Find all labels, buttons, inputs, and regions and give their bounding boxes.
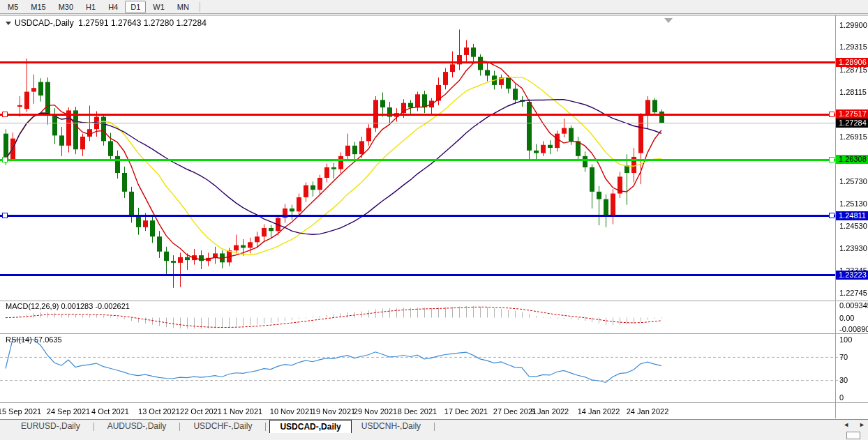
- price-axis-label: 1.24530: [839, 222, 867, 230]
- hline-price-badge: 1.24811: [836, 211, 868, 220]
- symbol-header: USDCAD-,Daily 1.27591 1.27643 1.27280 1.…: [6, 18, 207, 28]
- pane-separator-rsi[interactable]: [0, 333, 868, 334]
- price-axis-label: 1.28115: [839, 88, 867, 96]
- timeframe-button-w1[interactable]: W1: [147, 1, 170, 13]
- hline-anchor[interactable]: [2, 112, 8, 117]
- tab-separator: [179, 423, 180, 431]
- price-axis-label: 1.26915: [839, 132, 867, 141]
- rsi-axis-label: 100: [839, 335, 852, 344]
- hline-anchor[interactable]: [2, 157, 8, 162]
- timeframe-button-h4[interactable]: H4: [103, 1, 124, 13]
- hline-anchor[interactable]: [829, 157, 835, 162]
- chart-tab-usdchf[interactable]: USDCHF-,Daily: [184, 420, 262, 432]
- tab-scroll-buttons: ◄ ►: [843, 422, 865, 428]
- timeframe-button-m15[interactable]: M15: [25, 1, 51, 13]
- price-axis-label: 1.29315: [839, 43, 867, 51]
- chart-tab-usdcnh[interactable]: USDCNH-,Daily: [352, 420, 431, 432]
- tab-scroll-right-icon[interactable]: ►: [859, 422, 865, 428]
- hline-price-badge: 1.28906: [836, 58, 868, 67]
- symbol-ohlc-text: USDCAD-,Daily 1.27591 1.27643 1.27280 1.…: [15, 18, 207, 28]
- price-axis-label: 1.22745: [839, 289, 867, 297]
- hline-price-badge: 1.27517: [836, 109, 868, 119]
- rsi-axis-label: 30: [839, 376, 848, 384]
- macd-label: MACD(12,26,9) 0.001283 -0.002621: [6, 302, 130, 310]
- price-axis-label: 1.23930: [839, 244, 867, 252]
- rsi-axis-label: 70: [839, 353, 848, 361]
- price-axis-label: 1.25730: [839, 177, 867, 185]
- macd-axis-label: 0.009345: [839, 301, 868, 310]
- timeframe-button-mn[interactable]: MN: [172, 1, 195, 13]
- chart-shift-icon[interactable]: [664, 18, 673, 23]
- toolbar-separator: [200, 2, 200, 12]
- hline-price-badge: 1.23223: [836, 271, 868, 280]
- current-price-badge: 1.27284: [836, 119, 868, 128]
- timeframe-button-m5[interactable]: M5: [2, 1, 24, 13]
- rsi-axis-label: 0: [839, 393, 844, 402]
- hline-price-badge: 1.26308: [836, 155, 868, 164]
- hline-anchor[interactable]: [2, 213, 8, 218]
- macd-axis-label: -0.008902: [839, 325, 868, 333]
- timeframe-button-m30[interactable]: M30: [53, 1, 79, 13]
- tab-scroll-left-icon[interactable]: ◄: [843, 422, 849, 428]
- window-divider: [0, 15, 868, 16]
- timeframe-toolbar: M5M15M30H1H4D1W1MN: [0, 0, 868, 14]
- tab-separator: [265, 423, 266, 431]
- tab-separator: [434, 423, 435, 431]
- tab-separator: [93, 423, 94, 431]
- timeframe-button-d1[interactable]: D1: [125, 1, 146, 13]
- price-axis-label: 1.29900: [839, 21, 867, 29]
- macd-axis-label: 0.00: [839, 314, 854, 322]
- rsi-label: RSI(14) 57.0635: [6, 335, 62, 344]
- chart-tab-usdcad[interactable]: USDCAD-,Daily: [269, 420, 351, 433]
- chart-tab-eurusd[interactable]: EURUSD-,Daily: [11, 420, 90, 432]
- chart-canvas[interactable]: [0, 0, 868, 440]
- pane-separator-macd[interactable]: [0, 301, 868, 301]
- collapse-triangle-icon[interactable]: [6, 22, 11, 25]
- resize-grip[interactable]: [846, 432, 860, 439]
- hline-anchor[interactable]: [829, 213, 835, 218]
- pane-separator-dates: [0, 402, 868, 403]
- price-axis-label: 1.25130: [839, 199, 867, 208]
- trading-terminal-window: M5M15M30H1H4D1W1MN USDCAD-,Daily 1.27591…: [0, 0, 868, 440]
- hline-anchor[interactable]: [829, 112, 835, 117]
- chart-tab-bar: EURUSD-,DailyAUDUSD-,DailyUSDCHF-,DailyU…: [0, 419, 868, 440]
- date-axis-label: 24 Jan 2022: [616, 407, 679, 416]
- chart-tab-audusd[interactable]: AUDUSD-,Daily: [98, 420, 177, 432]
- timeframe-button-h1[interactable]: H1: [80, 1, 101, 13]
